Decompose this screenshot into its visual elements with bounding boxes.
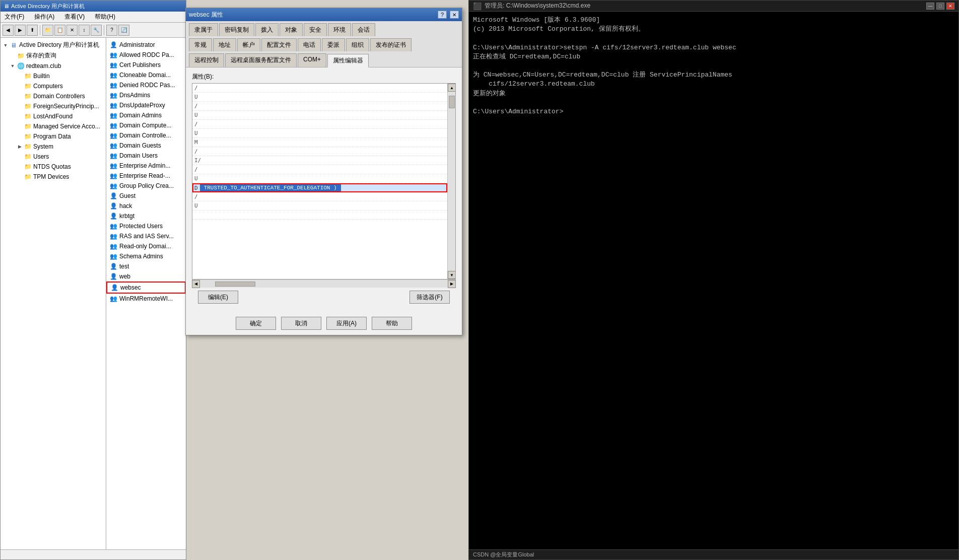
tree-item-msa[interactable]: 📁 Managed Service Acco... [1,121,106,131]
attr-line-1[interactable]: / [192,84,447,93]
attr-line-2[interactable]: U [192,93,447,102]
menu-help[interactable]: 帮助(H) [93,12,117,22]
tab-remote-control[interactable]: 远程控制 [189,53,224,67]
menu-action[interactable]: 操作(A) [32,12,56,22]
list-item-hack[interactable]: 👤 hack [106,201,186,211]
list-item-denied-rodc[interactable]: 👥 Denied RODC Pas... [106,80,186,90]
tree-item-dc[interactable]: 📁 Domain Controllers [1,91,106,101]
tab-published-certs[interactable]: 发布的证书 [370,38,412,51]
tree-item-fsp[interactable]: 📁 ForeignSecurityPrincip... [1,101,106,111]
vscrollbar[interactable]: ▲ ▼ [447,84,455,279]
filter-button[interactable]: 筛选器(F) [409,291,450,304]
apply-button[interactable]: 应用(A) [326,317,367,330]
tab-rdp-config[interactable]: 远程桌面服务配置文件 [225,53,297,67]
list-item-domain-controllers[interactable]: 👥 Domain Controlle... [106,130,186,141]
tree-item-tpm[interactable]: 📁 TPM Devices [1,172,106,182]
toolbar-delete[interactable]: ✕ [66,25,78,36]
tab-object[interactable]: 对象 [280,23,303,36]
toolbar-forward[interactable]: ▶ [15,25,26,36]
list-item-enterprise-admins[interactable]: 👥 Enterprise Admin... [106,161,186,171]
hscroll-right-btn[interactable]: ▶ [448,280,456,288]
vscroll-thumb[interactable] [449,96,455,108]
list-item-cert-publishers[interactable]: 👥 Cert Publishers [106,60,186,70]
toolbar-move[interactable]: ↕ [79,25,90,36]
tab-member-of[interactable]: 隶属于 [189,23,218,36]
list-item-allowed-rodc[interactable]: 👥 Allowed RODC Pa... [106,50,186,60]
attr-line-11[interactable]: U [192,174,447,183]
attr-line-9[interactable]: I/ [192,156,447,165]
toolbar-refresh[interactable]: 🔄 [118,25,129,36]
tree-item-root[interactable]: ▼ 🖥 Active Directory 用户和计算机 [1,40,106,50]
tree-item-saved[interactable]: 📁 保存的查询 [1,50,106,61]
dialog-close-btn[interactable]: ✕ [450,11,459,19]
cmd-maximize-btn[interactable]: □ [936,3,944,10]
attr-line-3[interactable]: / [192,102,447,111]
list-item-ras-ias[interactable]: 👥 RAS and IAS Serv... [106,231,186,241]
list-item-domain-admins[interactable]: 👥 Domain Admins [106,110,186,120]
tab-organization[interactable]: 组织 [346,38,369,51]
list-item-dnsadmins[interactable]: 👥 DnsAdmins [106,90,186,100]
tree-item-system[interactable]: ▶ 📁 System [1,142,106,152]
toolbar-copy[interactable]: 📋 [54,25,65,36]
tree-item-pd[interactable]: 📁 Program Data [1,131,106,142]
tab-password-copy[interactable]: 密码复制 [219,23,254,36]
list-item-dnsupdateproxy[interactable]: 👥 DnsUpdateProxy [106,100,186,110]
list-item-domain-computers[interactable]: 👥 Domain Compute... [106,120,186,130]
vscroll-up-btn[interactable]: ▲ [448,84,456,92]
tab-general[interactable]: 常规 [189,38,212,51]
cancel-button[interactable]: 取消 [281,317,321,330]
tab-phone[interactable]: 电话 [298,38,321,51]
menu-file[interactable]: 文件(F) [3,12,26,22]
toolbar-props[interactable]: 🔧 [91,25,102,36]
list-item-websec[interactable]: 👤 websec [106,282,186,294]
attr-line-4[interactable]: U [192,111,447,120]
help-button[interactable]: 帮助 [372,317,412,330]
vscroll-down-btn[interactable]: ▼ [448,271,456,279]
attr-line-13[interactable]: / [192,192,447,201]
tab-address[interactable]: 地址 [213,38,236,51]
list-item-krbtgt[interactable]: 👤 krbtgt [106,211,186,221]
list-item-domain-guests[interactable]: 👥 Domain Guests [106,141,186,151]
dialog-help-icon-btn[interactable]: ? [438,11,447,19]
tab-security[interactable]: 安全 [304,23,327,36]
cmd-close-btn[interactable]: ✕ [946,3,954,10]
tree-item-ntds[interactable]: 📁 NTDS Quotas [1,162,106,172]
hscroll-left-btn[interactable]: ◀ [192,280,200,288]
tab-account[interactable]: 帐户 [237,38,260,51]
list-item-guest[interactable]: 👤 Guest [106,191,186,201]
list-item-gpo-creators[interactable]: 👥 Group Policy Crea... [106,181,186,191]
tab-attr-editor[interactable]: 属性编辑器 [327,54,369,67]
edit-button[interactable]: 编辑(E) [198,291,238,304]
list-item-web[interactable]: 👤 web [106,271,186,282]
tree-item-laf[interactable]: 📁 LostAndFound [1,111,106,121]
tree-item-redteam[interactable]: ▼ 🌐 redteam.club [1,61,106,71]
attr-line-selected[interactable]: D TRUSTED_TO_AUTHENTICATE_FOR_DELEGATION… [192,183,447,192]
cmd-body[interactable]: Microsoft Windows [版本 6.3.9600] (c) 2013… [469,12,958,549]
list-item-cloneable[interactable]: 👥 Cloneable Domai... [106,70,186,80]
attr-line-14[interactable]: U [192,201,447,211]
tree-item-users[interactable]: 📁 Users [1,152,106,162]
list-item-winrm[interactable]: 👥 WinRMRemoteWI... [106,294,186,304]
tab-environment[interactable]: 环境 [328,23,351,36]
tab-session[interactable]: 会话 [352,23,375,36]
tree-item-computers[interactable]: 📁 Computers [1,81,106,91]
tab-dialin[interactable]: 拨入 [255,23,279,36]
list-item-enterprise-read[interactable]: 👥 Enterprise Read-... [106,171,186,181]
tab-profile[interactable]: 配置文件 [261,38,297,51]
attr-line-15[interactable] [192,211,447,220]
menu-view[interactable]: 查看(V) [62,12,87,22]
attr-line-6[interactable]: U [192,129,447,138]
list-item-read-only-domain[interactable]: 👥 Read-only Domai... [106,241,186,251]
tab-com-plus[interactable]: COM+ [298,53,326,67]
ok-button[interactable]: 确定 [236,317,276,330]
tab-delegate[interactable]: 委派 [322,38,345,51]
list-item-protected-users[interactable]: 👥 Protected Users [106,221,186,231]
hscroll-thumb[interactable] [215,282,255,287]
attr-line-10[interactable]: / [192,165,447,174]
tree-item-builtin[interactable]: 📁 Builtin [1,71,106,81]
attr-line-7[interactable]: M [192,138,447,147]
list-item-schema-admins[interactable]: 👥 Schema Admins [106,251,186,261]
list-item-administrator[interactable]: 👤 Administrator [106,40,186,50]
attr-line-8[interactable]: / [192,147,447,156]
list-item-test[interactable]: 👤 test [106,261,186,271]
